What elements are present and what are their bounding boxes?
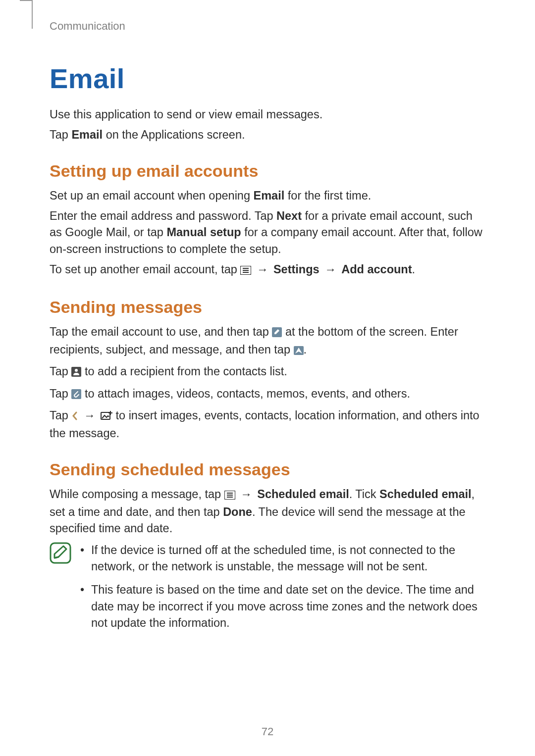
note-block: If the device is turned off at the sched… <box>50 542 485 639</box>
heading-setup: Setting up email accounts <box>50 161 485 181</box>
bold-email: Email <box>254 189 285 202</box>
corner-crop-mark <box>32 0 33 29</box>
text: to add a recipient from the contacts lis… <box>85 365 287 378</box>
arrow: → <box>322 263 338 276</box>
bold-next: Next <box>276 209 302 222</box>
text: To set up another email account, tap <box>50 263 240 276</box>
svg-rect-16 <box>51 543 70 563</box>
bold-email: Email <box>71 128 103 141</box>
text: Tap <box>50 128 71 141</box>
text: . <box>412 263 416 276</box>
text: Tap <box>50 387 71 400</box>
text: Enter the email address and password. Ta… <box>50 209 276 222</box>
sending-paragraph-2: Tap to add a recipient from the contacts… <box>50 363 485 381</box>
svg-rect-8 <box>71 389 81 399</box>
menu-icon <box>240 263 251 279</box>
text: . Tick <box>349 488 379 501</box>
note-list: If the device is turned off at the sched… <box>76 542 485 639</box>
heading-scheduled: Sending scheduled messages <box>50 460 485 479</box>
svg-line-17 <box>54 557 58 558</box>
text: to insert images, events, contacts, loca… <box>50 409 480 440</box>
bold-scheduled-email: Scheduled email <box>379 488 471 501</box>
setup-paragraph-1: Set up an email account when opening Ema… <box>50 188 485 204</box>
bold-manual-setup: Manual setup <box>166 226 241 239</box>
chevron-left-icon <box>71 409 78 425</box>
send-icon <box>294 343 304 359</box>
note-item-2: This feature is based on the time and da… <box>76 582 485 631</box>
page-number: 72 <box>0 725 535 738</box>
setup-paragraph-3: To set up another email account, tap → S… <box>50 261 485 279</box>
text: . <box>304 343 307 356</box>
text: on the Applications screen. <box>103 128 245 141</box>
text: Tap <box>50 365 71 378</box>
sending-paragraph-1: Tap the email account to use, and then t… <box>50 324 485 360</box>
bold-settings: Settings <box>273 263 320 276</box>
bold-done: Done <box>223 505 252 518</box>
contact-icon <box>71 365 81 381</box>
text: Tap the email account to use, and then t… <box>50 325 272 338</box>
arrow: → <box>238 488 254 501</box>
arrow: → <box>255 263 270 276</box>
scheduled-paragraph-1: While composing a message, tap → Schedul… <box>50 486 485 537</box>
text: Set up an email account when opening <box>50 189 254 202</box>
page-title: Email <box>50 62 485 95</box>
setup-paragraph-2: Enter the email address and password. Ta… <box>50 208 485 257</box>
heading-sending: Sending messages <box>50 298 485 317</box>
text: While composing a message, tap <box>50 488 224 501</box>
page: Communication Email Use this application… <box>0 0 535 756</box>
sending-paragraph-4: Tap → to insert images, events, contacts… <box>50 407 485 442</box>
text: for the first time. <box>284 189 371 202</box>
bold-add-account: Add account <box>341 263 412 276</box>
text: Tap <box>50 409 71 422</box>
compose-icon <box>272 325 282 342</box>
bold-scheduled-email: Scheduled email <box>257 488 349 501</box>
intro-paragraph-1: Use this application to send or view ema… <box>50 106 485 123</box>
attach-icon <box>71 387 81 403</box>
section-label: Communication <box>50 20 485 33</box>
sending-paragraph-3: Tap to attach images, videos, contacts, … <box>50 386 485 403</box>
intro-paragraph-2: Tap Email on the Applications screen. <box>50 127 485 143</box>
svg-point-7 <box>75 369 78 372</box>
text: to attach images, videos, contacts, memo… <box>85 387 410 400</box>
note-item-1: If the device is turned off at the sched… <box>76 542 485 575</box>
insert-image-icon <box>101 409 112 425</box>
arrow: → <box>82 409 98 422</box>
menu-icon <box>224 488 235 504</box>
note-icon <box>50 542 73 566</box>
